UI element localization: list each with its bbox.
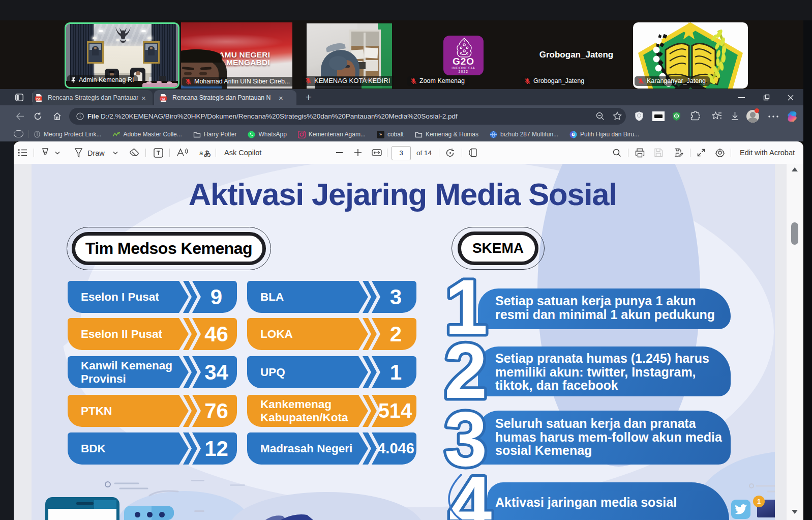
svg-text:PDF: PDF [161, 97, 166, 100]
svg-text:あ: あ [204, 149, 210, 157]
svg-text:a: a [199, 149, 203, 157]
svg-text:PDF: PDF [36, 97, 42, 100]
